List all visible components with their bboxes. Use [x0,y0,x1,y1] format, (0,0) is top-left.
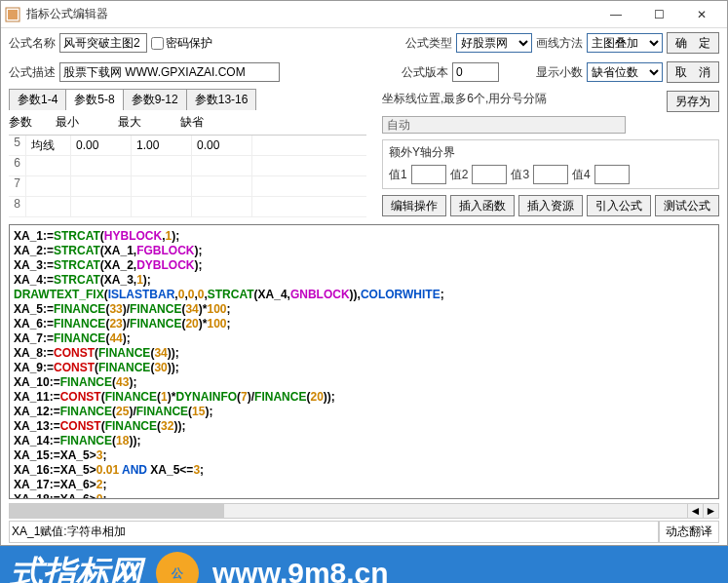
insert-res-button[interactable]: 插入资源 [518,195,583,216]
password-label: 密码保护 [166,35,212,52]
formula-name-input[interactable] [59,33,147,53]
v2-label: 值2 [450,167,469,183]
action-row: 编辑操作 插入函数 插入资源 引入公式 测试公式 [374,191,727,220]
horizontal-scrollbar[interactable]: ◄ ► [9,503,719,519]
svg-rect-1 [8,10,18,19]
param-name-input[interactable] [28,136,68,155]
param-max-input[interactable] [134,197,189,216]
titlebar: 指标公式编辑器 — ☐ ✕ [1,1,727,28]
yaxis-group: 额外Y轴分界 值1 值2 值3 值4 [382,139,719,189]
window-title: 指标公式编辑器 [26,6,594,22]
draw-label: 画线方法 [536,35,583,52]
v3-label: 值3 [511,167,529,183]
param-row: 5 [9,136,366,156]
type-label: 公式类型 [405,35,452,52]
param-head-name: 参数 [9,114,54,131]
scroll-left-icon[interactable]: ◄ [687,504,703,518]
row-name: 公式名称 密码保护 公式类型 好股票网 画线方法 主图叠加 确 定 [1,28,727,58]
banner-logo-icon: 公 [156,552,199,583]
desc-input[interactable] [59,62,280,82]
status-text: XA_1赋值:字符串相加 [9,521,659,543]
decimal-label: 显示小数 [536,64,583,81]
test-button[interactable]: 测试公式 [655,195,719,216]
edit-button[interactable]: 编辑操作 [382,195,446,216]
close-button[interactable]: ✕ [680,1,723,28]
status-bar: XA_1赋值:字符串相加 动态翻译 [1,519,727,545]
decimal-select[interactable]: 缺省位数 [587,62,663,82]
param-row-number: 8 [9,197,26,216]
coord-input[interactable]: 自动 [382,116,626,134]
scroll-right-icon[interactable]: ► [703,504,718,518]
password-checkbox[interactable]: 密码保护 [151,35,212,52]
banner-text-left: 式指标网 [10,551,142,583]
param-name-input[interactable] [28,197,68,216]
tab-params-1-4[interactable]: 参数1-4 [9,89,66,110]
param-row: 7 [9,176,366,197]
param-min-input[interactable] [73,197,129,216]
cancel-button[interactable]: 取 消 [667,61,719,83]
param-head-def: 缺省 [180,114,241,131]
ok-button[interactable]: 确 定 [667,32,719,54]
footer-banner: 式指标网 公 www.9m8.cn [0,546,728,583]
banner-url: www.9m8.cn [212,557,389,583]
translate-button[interactable]: 动态翻译 [659,521,719,543]
param-row-number: 5 [9,136,26,155]
password-check[interactable] [151,37,164,50]
version-label: 公式版本 [402,64,448,81]
param-def-input[interactable] [194,136,249,155]
type-select[interactable]: 好股票网 [456,33,532,53]
v1-input[interactable] [411,165,446,184]
tab-params-5-8[interactable]: 参数5-8 [65,89,123,110]
v2-input[interactable] [472,165,507,184]
param-tabs: 参数1-4 参数5-8 参数9-12 参数13-16 [1,89,374,110]
v4-label: 值4 [572,167,591,183]
app-icon [5,7,20,22]
name-label: 公式名称 [9,35,56,52]
saveas-button[interactable]: 另存为 [667,91,719,112]
param-row: 8 [9,197,366,217]
code-editor[interactable]: XA_1:=STRCAT(HYBLOCK,1); XA_2:=STRCAT(XA… [9,224,719,499]
param-min-input[interactable] [73,176,129,196]
param-def-input[interactable] [194,176,249,196]
param-head-min: 最小 [56,114,116,131]
param-row-number: 6 [9,156,26,175]
param-row: 6 [9,156,366,176]
import-button[interactable]: 引入公式 [587,195,651,216]
param-def-input[interactable] [194,197,249,216]
desc-label: 公式描述 [9,64,56,81]
tab-params-13-16[interactable]: 参数13-16 [186,89,257,110]
param-def-input[interactable] [194,156,249,175]
param-header: 参数 最小 最大 缺省 [1,110,374,135]
param-grid: 5678 [9,135,366,217]
param-max-input[interactable] [134,176,189,196]
draw-select[interactable]: 主图叠加 [587,33,663,53]
param-min-input[interactable] [73,136,129,155]
param-name-input[interactable] [28,176,68,196]
param-min-input[interactable] [73,156,129,175]
param-name-input[interactable] [28,156,68,175]
scrollbar-thumb[interactable] [10,504,224,518]
insert-func-button[interactable]: 插入函数 [450,195,515,216]
v3-input[interactable] [533,165,568,184]
version-input[interactable] [452,62,499,82]
v4-input[interactable] [594,165,630,184]
minimize-button[interactable]: — [594,1,637,28]
param-max-input[interactable] [134,156,189,175]
tab-params-9-12[interactable]: 参数9-12 [123,89,187,110]
maximize-button[interactable]: ☐ [637,1,680,28]
param-row-number: 7 [9,176,26,196]
yaxis-label: 额外Y轴分界 [389,144,712,161]
v1-label: 值1 [389,167,407,183]
editor-window: 指标公式编辑器 — ☐ ✕ 公式名称 密码保护 公式类型 好股票网 画线方法 主… [0,0,728,546]
param-max-input[interactable] [134,136,189,155]
row-desc: 公式描述 公式版本 显示小数 缺省位数 取 消 [1,58,727,87]
coord-label: 坐标线位置,最多6个,用分号分隔 [382,91,661,107]
param-head-max: 最大 [118,114,178,131]
